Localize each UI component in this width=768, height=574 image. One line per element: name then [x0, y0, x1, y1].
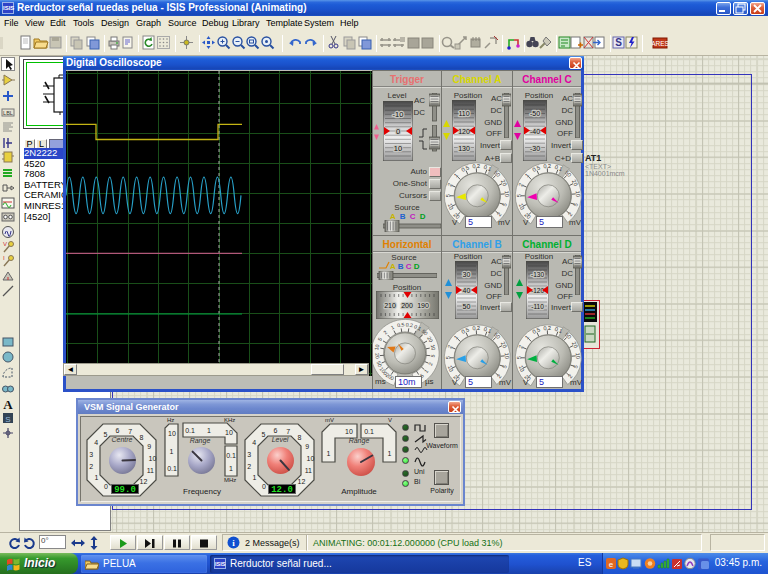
svg-text:10: 10 [168, 430, 176, 437]
svg-text:2: 2 [89, 463, 93, 470]
svg-text:6: 6 [274, 427, 278, 434]
svg-text:110: 110 [458, 110, 469, 117]
svg-text:9: 9 [147, 443, 151, 450]
svg-text:11: 11 [305, 467, 312, 474]
svg-text:1: 1 [388, 450, 392, 457]
svg-text:0.2: 0.2 [543, 325, 551, 331]
svg-text:1: 1 [253, 474, 257, 481]
svg-text:10: 10 [504, 352, 510, 359]
svg-text:210: 210 [384, 302, 396, 309]
svg-text:0.1: 0.1 [185, 427, 195, 434]
svg-text:40: 40 [463, 287, 471, 294]
svg-text:0.1: 0.1 [364, 428, 374, 435]
svg-text:0.2: 0.2 [472, 163, 480, 169]
svg-text:12: 12 [140, 478, 148, 485]
svg-text:7: 7 [128, 428, 132, 435]
svg-text:10: 10 [307, 455, 315, 462]
svg-text:ARES: ARES [652, 40, 669, 47]
svg-text:5: 5 [516, 356, 522, 359]
svg-text:A: A [3, 397, 13, 411]
svg-text:20: 20 [374, 353, 380, 359]
svg-text:1: 1 [229, 465, 233, 472]
svg-text:0.1: 0.1 [167, 465, 177, 472]
svg-text:-40: -40 [530, 128, 540, 135]
svg-text:200: 200 [401, 302, 413, 309]
svg-text:1: 1 [170, 448, 174, 455]
svg-text:0.2: 0.2 [405, 321, 413, 328]
svg-text:LBL: LBL [3, 110, 13, 116]
svg-text:1: 1 [95, 474, 99, 481]
svg-text:-130: -130 [531, 271, 544, 278]
svg-text:0: 0 [262, 483, 266, 490]
svg-text:2: 2 [247, 463, 251, 470]
svg-text:11: 11 [147, 467, 154, 474]
svg-text:50: 50 [463, 303, 471, 310]
svg-text:10: 10 [345, 428, 353, 435]
svg-text:6: 6 [116, 427, 120, 434]
svg-text:e: e [609, 560, 614, 569]
svg-text:-30: -30 [530, 145, 540, 152]
svg-text:-50: -50 [530, 110, 540, 117]
svg-text:S: S [615, 37, 622, 48]
svg-text:120: 120 [458, 128, 470, 135]
svg-text:30: 30 [463, 271, 471, 278]
svg-text:-120: -120 [531, 287, 544, 294]
svg-text:V: V [3, 241, 7, 247]
svg-text:0.5: 0.5 [397, 321, 405, 328]
svg-text:10: 10 [394, 144, 402, 153]
svg-text:190: 190 [417, 302, 429, 309]
svg-text:3: 3 [247, 451, 251, 458]
svg-text:S: S [5, 414, 10, 423]
svg-text:5: 5 [516, 194, 522, 197]
svg-text:0.1: 0.1 [226, 452, 236, 459]
svg-text:0: 0 [104, 483, 108, 490]
svg-text:12: 12 [298, 478, 306, 485]
svg-text:I: I [3, 255, 5, 261]
svg-text:10: 10 [504, 190, 510, 197]
svg-text:1: 1 [327, 450, 331, 457]
svg-text:5: 5 [445, 194, 451, 197]
svg-text:0.2: 0.2 [543, 163, 551, 169]
svg-text:130: 130 [458, 145, 470, 152]
svg-text:5: 5 [445, 356, 451, 359]
svg-text:10: 10 [225, 429, 233, 436]
svg-text:0: 0 [396, 127, 400, 136]
svg-text:1: 1 [207, 427, 211, 434]
svg-text:9: 9 [305, 443, 309, 450]
svg-text:0.2: 0.2 [472, 325, 480, 331]
svg-text:10: 10 [575, 352, 581, 359]
svg-text:10: 10 [575, 190, 581, 197]
svg-text:7: 7 [286, 428, 290, 435]
svg-text:10: 10 [149, 455, 157, 462]
svg-text:-10: -10 [393, 110, 404, 119]
svg-text:3: 3 [89, 451, 93, 458]
